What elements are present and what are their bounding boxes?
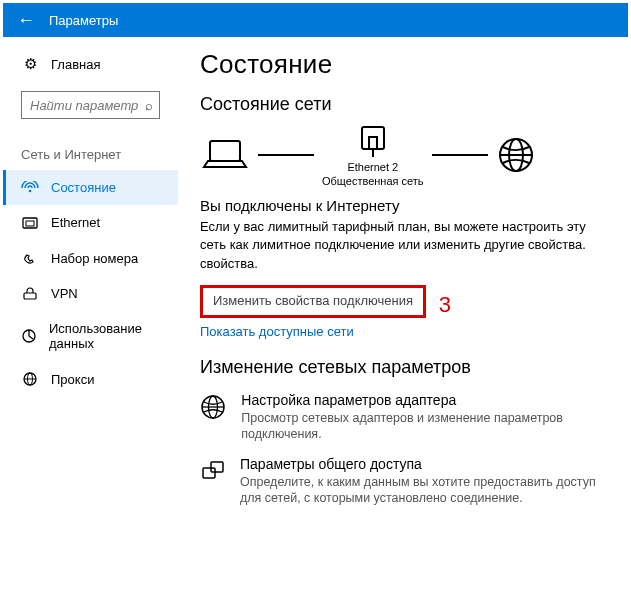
annotation-number: 3 <box>439 292 451 318</box>
search-icon: ⌕ <box>145 98 153 113</box>
setting-title: Настройка параметров адаптера <box>241 392 610 408</box>
sidebar-item-datausage[interactable]: Использование данных <box>3 311 178 361</box>
setting-title: Параметры общего доступа <box>240 456 610 472</box>
back-button[interactable]: ← <box>9 3 43 37</box>
globe-icon <box>200 392 227 443</box>
sidebar-item-label: VPN <box>51 286 78 301</box>
svg-rect-10 <box>369 137 377 149</box>
arrow-left-icon: ← <box>17 10 35 31</box>
change-props-label: Изменить свойства подключения <box>213 293 413 308</box>
sidebar-item-vpn[interactable]: VPN <box>3 276 178 311</box>
setting-desc: Определите, к каким данным вы хотите пре… <box>240 474 610 507</box>
svg-rect-18 <box>203 468 215 478</box>
status-icon <box>21 181 39 195</box>
svg-rect-2 <box>26 221 34 226</box>
proxy-icon <box>21 371 39 387</box>
svg-point-0 <box>29 189 32 192</box>
diagram-caption-bottom: Общественная сеть <box>322 175 424 187</box>
status-paragraph-2: свойства. <box>200 255 610 273</box>
sidebar-home[interactable]: ⚙ Главная <box>3 47 178 81</box>
setting-row-adapter[interactable]: Настройка параметров адаптера Просмотр с… <box>200 392 610 443</box>
connection-line-icon <box>432 154 488 156</box>
sidebar-section-label: Сеть и Интернет <box>3 125 178 170</box>
ethernet-icon <box>21 216 39 230</box>
sidebar-item-dialup[interactable]: Набор номера <box>3 240 178 276</box>
connection-line-icon <box>258 154 314 156</box>
data-usage-icon <box>21 328 37 344</box>
sidebar-item-label: Ethernet <box>51 215 100 230</box>
titlebar: ← Параметры <box>3 3 628 37</box>
status-paragraph: Если у вас лимитный тарифный план, вы мо… <box>200 218 610 253</box>
connected-heading: Вы подключены к Интернету <box>200 197 610 214</box>
page-title: Состояние <box>200 49 610 80</box>
section-network-status: Состояние сети <box>200 94 610 115</box>
sidebar-home-label: Главная <box>51 57 100 72</box>
change-connection-properties-link[interactable]: Изменить свойства подключения 3 <box>200 285 426 318</box>
laptop-icon <box>200 137 250 173</box>
sidebar-item-label: Набор номера <box>51 251 138 266</box>
window-title: Параметры <box>49 13 118 28</box>
main-panel: Состояние Состояние сети Ethernet 2 Обще… <box>178 37 628 586</box>
sharing-icon <box>200 456 226 507</box>
search-input[interactable] <box>28 94 141 117</box>
globe-icon <box>496 135 536 175</box>
svg-rect-8 <box>210 141 240 161</box>
phone-icon <box>21 250 39 266</box>
search-input-wrap[interactable]: ⌕ <box>21 91 160 119</box>
svg-rect-3 <box>24 293 36 299</box>
sidebar-item-ethernet[interactable]: Ethernet <box>3 205 178 240</box>
vpn-icon <box>21 287 39 301</box>
section-change-network: Изменение сетевых параметров <box>200 357 610 378</box>
sidebar-item-label: Использование данных <box>49 321 160 351</box>
sidebar-item-proxy[interactable]: Прокси <box>3 361 178 397</box>
show-available-networks-link[interactable]: Показать доступные сети <box>200 324 610 339</box>
gear-icon: ⚙ <box>21 55 39 73</box>
sidebar-item-label: Прокси <box>51 372 94 387</box>
setting-row-sharing[interactable]: Параметры общего доступа Определите, к к… <box>200 456 610 507</box>
setting-desc: Просмотр сетевых адаптеров и изменение п… <box>241 410 610 443</box>
diagram-caption-top: Ethernet 2 <box>347 161 398 173</box>
router-icon <box>356 123 390 159</box>
network-diagram: Ethernet 2 Общественная сеть <box>200 123 610 187</box>
sidebar: ⚙ Главная ⌕ Сеть и Интернет Состояние Et… <box>3 37 178 586</box>
sidebar-item-status[interactable]: Состояние <box>3 170 178 205</box>
sidebar-item-label: Состояние <box>51 180 116 195</box>
svg-rect-19 <box>211 462 223 472</box>
